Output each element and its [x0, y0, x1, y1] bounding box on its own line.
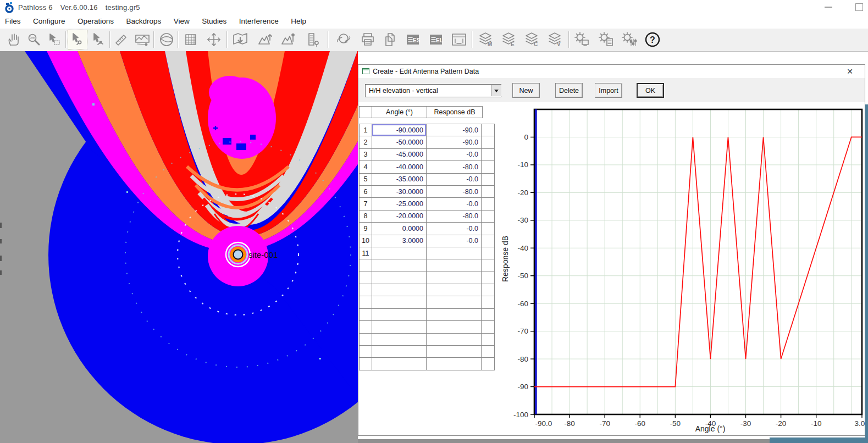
angle-cell[interactable]: -35.0000: [372, 173, 427, 186]
response-cell[interactable]: [426, 345, 482, 358]
globe-icon[interactable]: [157, 30, 176, 49]
map-import-icon[interactable]: [231, 30, 250, 49]
site-marker[interactable]: [234, 250, 243, 259]
angle-cell[interactable]: 0.0000: [372, 222, 427, 235]
angle-cell[interactable]: 3.0000: [372, 235, 427, 247]
help-icon[interactable]: ?: [643, 30, 662, 49]
angle-cell[interactable]: [372, 284, 427, 296]
terrain-up-arrow-icon[interactable]: [256, 30, 275, 49]
minimize-icon[interactable]: [825, 7, 832, 8]
angle-cell[interactable]: -30.0000: [372, 185, 427, 198]
settings-calculator-icon[interactable]: [597, 30, 616, 49]
zoom-magnifier-icon[interactable]: [25, 30, 43, 49]
print-icon[interactable]: [358, 30, 377, 49]
window-bottom-border: [358, 439, 776, 443]
pan-hand-icon[interactable]: [4, 30, 23, 49]
response-cell[interactable]: -0.0: [426, 235, 482, 247]
new-button[interactable]: New: [512, 83, 540, 98]
response-cell[interactable]: [426, 308, 482, 321]
combo-dropdown-button[interactable]: [491, 85, 501, 96]
table-row: [359, 259, 495, 272]
response-cell[interactable]: -80.0: [426, 210, 482, 223]
response-cell[interactable]: -90.0: [426, 136, 482, 148]
angle-cell[interactable]: -40.0000: [372, 160, 427, 173]
extra-cell: [481, 320, 495, 333]
menu-configure[interactable]: Configure: [28, 15, 70, 27]
response-cell[interactable]: -0.0: [426, 173, 482, 186]
angle-cell[interactable]: [372, 296, 427, 308]
table-row: 1-90.0000-90.0: [359, 124, 495, 136]
row-number-cell: 3: [359, 148, 372, 161]
delete-button[interactable]: Delete: [555, 83, 583, 98]
import-button[interactable]: Import: [595, 83, 622, 98]
response-cell[interactable]: [426, 333, 482, 346]
layers-c-icon[interactable]: C: [522, 30, 541, 49]
coverage-map[interactable]: site-001: [0, 51, 358, 443]
response-cell[interactable]: -0.0: [426, 148, 482, 161]
response-cell[interactable]: -0.0: [426, 222, 482, 235]
response-cell[interactable]: [426, 284, 482, 296]
menu-files[interactable]: Files: [0, 15, 26, 27]
response-cell[interactable]: [426, 357, 482, 370]
angle-cell[interactable]: [372, 272, 427, 284]
select-link-icon[interactable]: [89, 30, 108, 49]
response-cell[interactable]: [426, 247, 482, 259]
menu-backdrops[interactable]: Backdrops: [121, 15, 166, 27]
response-cell[interactable]: -90.0: [426, 124, 482, 136]
copy-page-icon[interactable]: [380, 30, 399, 49]
angle-cell[interactable]: -45.0000: [372, 148, 427, 161]
pan-arrows-icon[interactable]: [204, 30, 223, 49]
angle-cell[interactable]: [372, 333, 427, 346]
angle-cell[interactable]: -50.0000: [372, 136, 427, 148]
select-rectangle-icon[interactable]: [45, 30, 64, 49]
response-cell[interactable]: [426, 259, 482, 272]
ok-button[interactable]: OK: [637, 83, 664, 98]
map-speck: [92, 103, 95, 106]
angle-cell[interactable]: [372, 345, 427, 358]
layers-m-icon[interactable]: M: [476, 30, 495, 49]
y-axis-label: Response dB: [501, 226, 511, 292]
response-cell[interactable]: [426, 272, 482, 284]
dialog-titlebar[interactable]: Create - Edit Antenna Pattern Data ✕: [358, 65, 865, 78]
settings-options-icon[interactable]: [620, 30, 639, 49]
response-cell[interactable]: [426, 296, 482, 308]
menu-operations[interactable]: Operations: [73, 15, 119, 27]
menu-view[interactable]: View: [169, 15, 195, 27]
settings-display-icon[interactable]: [573, 30, 591, 49]
menu-studies[interactable]: Studies: [197, 15, 231, 27]
response-cell[interactable]: -80.0: [426, 160, 482, 173]
angle-cell[interactable]: [372, 320, 427, 333]
globe-rotate-icon[interactable]: [334, 30, 353, 49]
close-icon[interactable]: ✕: [844, 67, 855, 76]
measure-ruler-icon[interactable]: [112, 30, 131, 49]
restore-icon[interactable]: [855, 3, 863, 11]
response-cell[interactable]: -0.0: [426, 197, 482, 210]
angle-cell[interactable]: [372, 357, 427, 370]
terrain-pin-icon[interactable]: [279, 30, 298, 49]
table-row: [359, 333, 495, 346]
response-cell[interactable]: -80.0: [426, 185, 482, 198]
angle-cell[interactable]: -20.0000: [372, 210, 427, 223]
menu-interference[interactable]: Interference: [234, 15, 284, 27]
layers-e-icon[interactable]: E: [499, 30, 518, 49]
summary-es-icon[interactable]: ES: [403, 30, 422, 49]
blob-speck: [236, 143, 246, 150]
summary-el-icon[interactable]: EL: [427, 30, 445, 49]
pattern-select[interactable]: H/H elevation - vertical: [365, 84, 501, 97]
layers-v-icon[interactable]: V: [545, 30, 564, 49]
select-node-icon[interactable]: [68, 30, 87, 49]
angle-cell[interactable]: [372, 247, 427, 259]
y-tick-label: -40: [517, 244, 528, 252]
angle-cell[interactable]: -90.0000: [372, 124, 427, 136]
menu-help[interactable]: Help: [286, 15, 311, 27]
window-layout-icon[interactable]: [450, 30, 468, 49]
angle-cell[interactable]: [372, 259, 427, 272]
row-number-cell: [359, 259, 372, 272]
layers-v-glyph: V: [557, 41, 561, 47]
response-cell[interactable]: [426, 320, 482, 333]
grid-icon[interactable]: [181, 30, 200, 49]
angle-cell[interactable]: -25.0000: [372, 197, 427, 210]
terrain-profile-icon[interactable]: [133, 30, 152, 49]
site-building-icon[interactable]: [303, 30, 322, 49]
angle-cell[interactable]: [372, 308, 427, 321]
